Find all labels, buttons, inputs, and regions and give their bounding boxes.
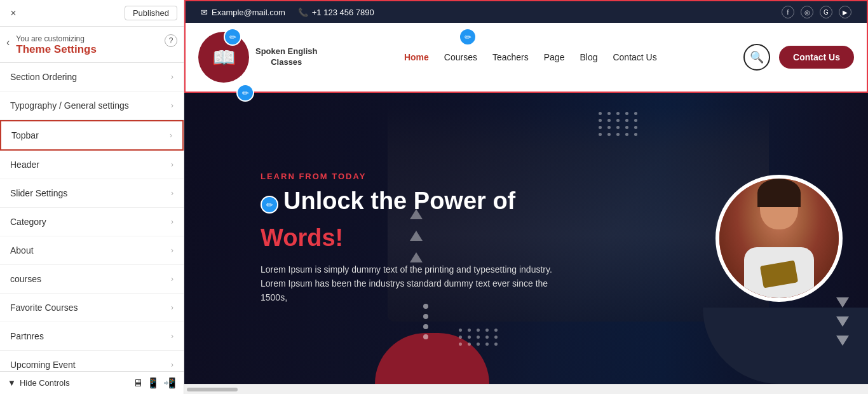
triangle-decorations-right (836, 297, 849, 346)
sidebar-item-favorite-courses[interactable]: Favorite Courses › (0, 294, 184, 322)
chevron-icon: › (171, 246, 173, 255)
bullet-list-left (423, 304, 428, 339)
nav-actions: 🔍 Contact Us (743, 44, 854, 71)
phone-text: +1 123 456 7890 (312, 8, 374, 17)
sidebar-item-label: Partnres (10, 331, 44, 341)
customizing-label: You are customizing (16, 34, 97, 43)
hero-title-row: ✏ Unlock the Power of (261, 187, 715, 222)
sidebar-item-label: courses (10, 274, 41, 284)
logo-book-icon: 📖 (212, 46, 236, 69)
triangle-outline-2 (836, 316, 849, 327)
chevron-icon: › (171, 303, 173, 312)
sidebar-item-upcoming-event[interactable]: Upcoming Event › (0, 351, 184, 371)
chevron-icon: › (171, 160, 173, 169)
desktop-view-button[interactable]: 🖥 (133, 377, 143, 389)
sidebar-bottom: ▼ Hide Controls 🖥 📱 📲 (0, 371, 184, 394)
topbar-social-icons: f ◎ G ▶ (782, 6, 851, 18)
sidebar-title-group: You are customizing Theme Settings (16, 34, 97, 56)
instagram-icon[interactable]: ◎ (801, 6, 813, 18)
help-icon[interactable]: ? (165, 34, 177, 47)
site-nav: Home Courses Teachers Page Blog Contact … (318, 52, 744, 62)
bottom-scrollbar[interactable] (184, 384, 868, 394)
view-icons-group: 🖥 📱 📲 (133, 377, 176, 389)
dot-grid-left (459, 329, 499, 346)
logo-area: 📖 Spoken English Classes (198, 32, 318, 83)
hero-description: Lorem Ipsum is simply dummy text of the … (261, 262, 553, 305)
topbar-email: ✉ Example@mail.com (201, 8, 285, 17)
sidebar-item-category[interactable]: Category › (0, 208, 184, 236)
hero-content: LEARN FROM TODAY ✏ Unlock the Power of W… (210, 172, 715, 305)
nav-link-courses[interactable]: Courses (444, 52, 477, 62)
dot-grid-right (599, 112, 639, 136)
phone-icon: 📞 (298, 8, 308, 17)
site-topbar: ✉ Example@mail.com 📞 +1 123 456 7890 f ◎… (184, 0, 868, 23)
sidebar-top-bar: × Published (0, 0, 184, 27)
hero-title-line2: Words! (261, 224, 715, 252)
sidebar-item-slider-settings[interactable]: Slider Settings › (0, 179, 184, 208)
contact-us-button[interactable]: Contact Us (779, 46, 854, 69)
sidebar: × Published ‹ You are customizing Theme … (0, 0, 184, 394)
sidebar-item-label: Upcoming Event (10, 360, 76, 370)
published-badge: Published (125, 6, 177, 20)
sidebar-header: ‹ You are customizing Theme Settings ? (0, 27, 184, 63)
hide-controls-button[interactable]: ▼ Hide Controls (8, 378, 70, 388)
email-text: Example@mail.com (212, 8, 285, 17)
bullet-4 (423, 334, 428, 339)
chevron-icon: › (171, 217, 173, 226)
scrollbar-thumb (187, 388, 238, 391)
edit-logo-button[interactable]: ✏ (224, 28, 241, 46)
sidebar-item-section-ordering[interactable]: Section Ordering › (0, 63, 184, 92)
sidebar-item-label: Topbar (11, 130, 39, 140)
bullet-3 (423, 324, 428, 329)
main-content: ✉ Example@mail.com 📞 +1 123 456 7890 f ◎… (184, 0, 868, 394)
hero-image-area (715, 175, 843, 302)
back-arrow-button[interactable]: ‹ (6, 37, 10, 48)
edit-hero-button[interactable]: ✏ (261, 196, 278, 214)
facebook-icon[interactable]: f (782, 6, 794, 18)
hide-controls-icon: ▼ (8, 378, 16, 388)
sidebar-scroll: Section Ordering › Typography / General … (0, 63, 184, 371)
chevron-icon: › (171, 189, 173, 198)
edit-nav-button[interactable]: ✏ (459, 28, 477, 46)
sidebar-item-about[interactable]: About › (0, 236, 184, 265)
sidebar-item-typography[interactable]: Typography / General settings › (0, 92, 184, 120)
theme-settings-label: Theme Settings (16, 43, 97, 56)
search-button[interactable]: 🔍 (743, 44, 770, 71)
nav-link-blog[interactable]: Blog (580, 52, 597, 62)
bullet-2 (423, 314, 428, 319)
close-button[interactable]: × (6, 6, 20, 20)
logo-text: Spoken English Classes (255, 46, 318, 68)
sidebar-item-label: Slider Settings (10, 188, 67, 198)
chevron-icon: › (171, 332, 173, 341)
topbar-contact-info: ✉ Example@mail.com 📞 +1 123 456 7890 (201, 8, 374, 17)
nav-link-teachers[interactable]: Teachers (492, 52, 529, 62)
tablet-view-button[interactable]: 📱 (147, 377, 159, 389)
triangle-outline-3 (836, 336, 849, 346)
youtube-icon[interactable]: ▶ (839, 6, 851, 18)
site-hero: LEARN FROM TODAY ✏ Unlock the Power of W… (184, 93, 868, 384)
sidebar-item-courses[interactable]: courses › (0, 265, 184, 294)
nav-link-page[interactable]: Page (544, 52, 565, 62)
nav-link-home[interactable]: Home (404, 52, 429, 62)
sidebar-item-label: Favorite Courses (10, 302, 78, 313)
topbar-phone: 📞 +1 123 456 7890 (298, 8, 374, 17)
chevron-icon: › (170, 131, 172, 140)
hide-controls-label: Hide Controls (20, 378, 70, 388)
chevron-icon: › (171, 72, 173, 81)
edit-section-button[interactable]: ✏ (236, 84, 254, 102)
sidebar-item-label: Header (10, 160, 39, 170)
sidebar-item-label: Section Ordering (10, 72, 77, 82)
sidebar-item-partners[interactable]: Partnres › (0, 322, 184, 351)
hero-learn-label: LEARN FROM TODAY (261, 172, 715, 181)
chevron-icon: › (171, 101, 173, 110)
site-header: ✏ ✏ ✏ 📖 Spoken English Classes Home Cour… (184, 23, 868, 93)
google-icon[interactable]: G (820, 6, 832, 18)
sidebar-item-label: About (10, 245, 34, 255)
nav-link-contact[interactable]: Contact Us (613, 52, 656, 62)
sidebar-item-topbar[interactable]: Topbar › (0, 120, 184, 151)
email-icon: ✉ (201, 8, 208, 17)
sidebar-item-label: Category (10, 217, 46, 227)
sidebar-item-header[interactable]: Header › (0, 151, 184, 179)
hero-title: Unlock the Power of (283, 187, 515, 215)
mobile-view-button[interactable]: 📲 (163, 377, 176, 389)
